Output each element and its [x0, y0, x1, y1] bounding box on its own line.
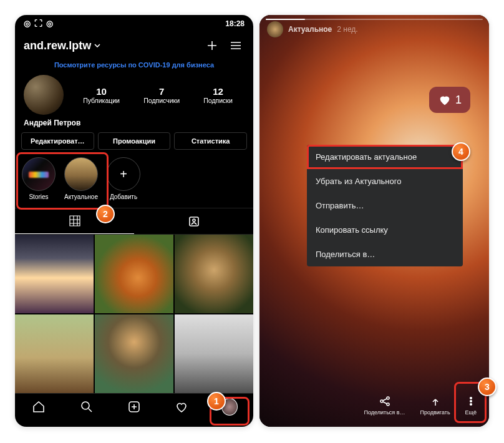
post-thumbnail[interactable] — [95, 314, 173, 393]
svg-point-7 — [470, 397, 472, 399]
avatar[interactable] — [24, 75, 64, 115]
display-name: Андрей Петров — [15, 115, 253, 132]
promo-button[interactable]: Промоакции — [98, 132, 171, 150]
menu-copy-link[interactable]: Копировать ссылку — [307, 218, 463, 242]
heart-filled-icon — [438, 93, 452, 107]
profile-screen: ◎ ⛶ ◎ 18:28 and.rew.lptw Посмотрите ресу… — [15, 15, 253, 427]
story-name[interactable]: Актуальное — [288, 25, 332, 34]
nav-activity[interactable] — [173, 399, 190, 415]
post-thumbnail[interactable] — [15, 235, 94, 313]
app-icon: ⛶ — [34, 19, 42, 28]
svg-point-5 — [387, 397, 389, 399]
svg-point-2 — [82, 402, 89, 409]
stat-num: 12 — [203, 86, 233, 97]
post-thumbnail[interactable] — [175, 314, 253, 393]
highlight-label: Добавить — [106, 193, 141, 200]
status-bar: ◎ ⛶ ◎ 18:28 — [15, 15, 253, 32]
tagged-icon — [188, 215, 200, 228]
action-label: Продвигать — [420, 409, 450, 416]
stat-num: 10 — [83, 86, 120, 97]
username-dropdown[interactable]: and.rew.lptw — [24, 39, 197, 52]
annotation-badge-2: 2 — [96, 205, 115, 223]
profile-row: 10 Публикации 7 Подписчики 12 Подписки — [15, 72, 253, 115]
annotation-badge-1: 1 — [207, 392, 226, 411]
stat-label: Публикации — [83, 97, 120, 104]
menu-edit-highlight[interactable]: Редактировать актуальное — [307, 145, 463, 169]
status-time: 18:28 — [225, 19, 245, 28]
like-sticker: 1 — [429, 87, 470, 113]
add-post-icon — [127, 400, 141, 414]
menu-button[interactable] — [227, 37, 245, 54]
svg-point-9 — [470, 404, 472, 406]
grid-icon — [69, 215, 81, 227]
stats-row: 10 Публикации 7 Подписчики 12 Подписки — [71, 86, 245, 104]
tab-grid[interactable] — [15, 208, 134, 234]
add-button[interactable] — [203, 37, 221, 54]
profile-tabs — [15, 208, 253, 235]
stat-label: Подписки — [203, 97, 233, 104]
post-thumbnail[interactable] — [95, 235, 173, 313]
viber-icon-2: ◎ — [46, 19, 53, 28]
status-left-icons: ◎ ⛶ ◎ — [24, 19, 53, 28]
stat-num: 7 — [143, 86, 180, 97]
post-thumbnail[interactable] — [175, 235, 253, 313]
covid-banner[interactable]: Посмотрите ресурсы по COVID-19 для бизне… — [15, 59, 253, 72]
viber-icon: ◎ — [24, 19, 31, 28]
hamburger-icon — [229, 39, 243, 52]
menu-send[interactable]: Отправить… — [307, 193, 463, 218]
stat-posts[interactable]: 10 Публикации — [83, 86, 120, 104]
story-header: Актуальное 2 нед. — [259, 15, 489, 37]
highlight-cover — [22, 157, 56, 191]
highlight-aktualnoe[interactable]: Актуальное — [64, 157, 99, 200]
action-share[interactable]: Поделиться в… — [364, 395, 405, 416]
stat-followers[interactable]: 7 Подписчики — [143, 86, 180, 104]
chevron-down-icon — [94, 42, 101, 49]
story-screen: Актуальное 2 нед. 1 Редактировать актуал… — [259, 15, 489, 427]
highlight-label: Stories — [21, 193, 56, 200]
svg-point-8 — [470, 401, 472, 402]
highlight-add[interactable]: + Добавить — [106, 157, 141, 200]
username-text: and.rew.lptw — [24, 39, 91, 52]
svg-point-6 — [387, 403, 389, 406]
plus-icon — [205, 39, 219, 52]
stats-button[interactable]: Статистика — [174, 132, 247, 150]
home-icon — [32, 400, 46, 414]
action-label: Поделиться в… — [364, 409, 405, 416]
action-buttons: Редактироват… Промоакции Статистика — [15, 132, 253, 150]
header: and.rew.lptw — [15, 32, 253, 59]
stat-following[interactable]: 12 Подписки — [203, 86, 233, 104]
svg-point-4 — [380, 400, 383, 402]
share-icon — [379, 396, 390, 407]
posts-grid — [15, 235, 253, 393]
story-time: 2 нед. — [337, 25, 357, 34]
more-icon — [466, 396, 476, 406]
plus-icon: + — [107, 157, 140, 191]
story-actions: Поделиться в… Продвигать Ещё — [259, 395, 489, 416]
post-thumbnail[interactable] — [15, 314, 94, 393]
story-menu: Редактировать актуальное Убрать из Актуа… — [307, 145, 463, 266]
menu-share[interactable]: Поделиться в… — [307, 242, 463, 266]
like-count: 1 — [455, 94, 462, 107]
highlights-row: Stories Актуальное + Добавить — [15, 150, 253, 205]
action-promote[interactable]: Продвигать — [420, 395, 450, 416]
annotation-badge-4: 4 — [452, 142, 470, 161]
search-icon — [80, 400, 94, 414]
stat-label: Подписчики — [143, 97, 180, 104]
heart-icon — [175, 400, 188, 414]
nav-search[interactable] — [79, 399, 95, 415]
nav-home[interactable] — [31, 399, 47, 415]
menu-remove-highlight[interactable]: Убрать из Актуального — [307, 169, 463, 193]
nav-add[interactable] — [126, 399, 142, 415]
edit-profile-button[interactable]: Редактироват… — [21, 132, 94, 150]
annotation-badge-3: 3 — [478, 377, 497, 396]
svg-point-1 — [193, 219, 195, 221]
action-more[interactable]: Ещё — [465, 395, 477, 416]
highlight-stories[interactable]: Stories — [21, 157, 56, 200]
promote-icon — [430, 396, 441, 407]
highlight-cover — [64, 157, 98, 191]
story-avatar[interactable] — [267, 21, 283, 37]
action-label: Ещё — [465, 409, 477, 416]
tab-tagged[interactable] — [134, 208, 253, 234]
highlight-label: Актуальное — [64, 193, 99, 200]
